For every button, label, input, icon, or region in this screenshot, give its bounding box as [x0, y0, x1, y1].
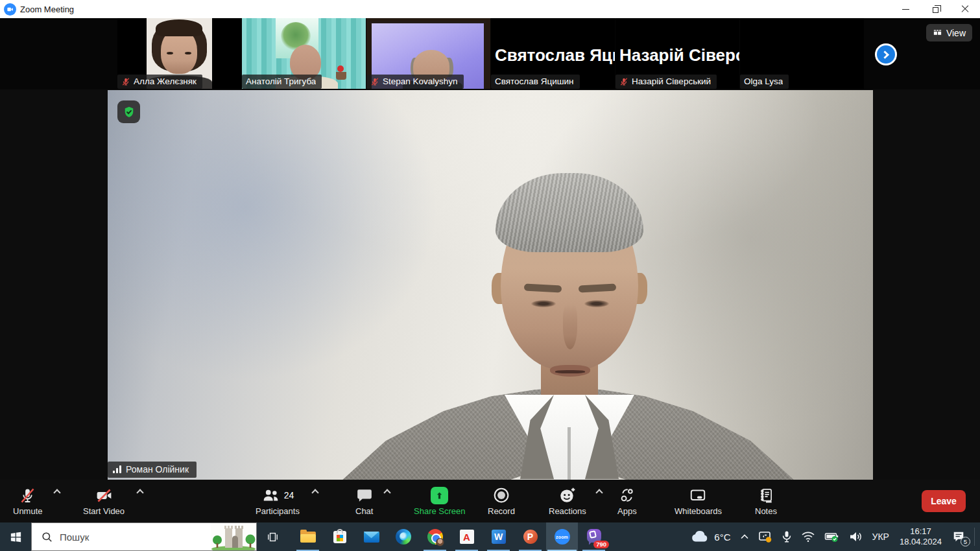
start-video-label: Start Video — [83, 506, 125, 516]
participants-options-caret[interactable] — [311, 489, 318, 496]
record-label: Record — [488, 506, 515, 516]
store-icon — [331, 528, 348, 545]
speaker-name-tag: Роман Олійник — [108, 462, 197, 478]
battery-tray-button[interactable] — [820, 522, 844, 551]
chat-label: Chat — [355, 506, 373, 516]
participant-name: Stepan Kovalyshyn — [383, 76, 458, 86]
share-screen-label: Share Screen — [414, 506, 466, 516]
participant-tile[interactable]: Stepan Kovalyshyn — [366, 18, 490, 89]
window-titlebar: Zoom Meeting — [0, 0, 980, 18]
whiteboards-button[interactable]: Whiteboards — [675, 480, 722, 522]
hidden-icons-button[interactable] — [735, 522, 754, 551]
language-code: УКР — [872, 532, 889, 542]
participant-tile[interactable]: Анатолій Тригуба — [242, 18, 366, 89]
participant-tile[interactable]: Olga Lysa — [740, 18, 864, 89]
reactions-options-caret[interactable] — [595, 489, 603, 496]
zoom-logo — [4, 3, 16, 16]
participant-name: Olga Lysa — [744, 76, 783, 86]
share-screen-button[interactable]: Share Screen — [414, 480, 466, 522]
start-video-button[interactable]: Start Video — [83, 480, 125, 522]
notes-button[interactable]: Notes — [755, 480, 777, 522]
windows-start-icon — [10, 532, 21, 543]
clock-time: 16:17 — [910, 526, 931, 537]
microphone-icon — [782, 530, 792, 543]
active-speaker-video[interactable]: Роман Олійник — [108, 90, 873, 480]
record-button[interactable]: Record — [488, 480, 515, 522]
reactions-label: Reactions — [549, 506, 586, 516]
reactions-smiley-icon — [558, 486, 577, 504]
show-desktop-button[interactable] — [975, 522, 980, 551]
task-view-button[interactable] — [258, 522, 287, 551]
mail-icon — [363, 528, 380, 545]
participant-name: Назарій Сіверський — [632, 76, 711, 86]
apps-button[interactable]: Apps — [617, 480, 637, 522]
participant-tile[interactable]: Святослав Яци... Святослав Яцишин — [491, 18, 615, 89]
participants-button[interactable]: 24 Participants — [256, 480, 300, 522]
wifi-icon — [801, 531, 815, 543]
notes-label: Notes — [755, 506, 777, 516]
taskbar-app-word[interactable]: W — [483, 522, 514, 551]
action-center-button[interactable]: 5 — [948, 522, 972, 551]
unmute-label: Unmute — [13, 506, 43, 516]
taskbar-app-viber[interactable]: 790 — [578, 522, 610, 551]
weather-widget[interactable]: 6°C — [686, 522, 735, 551]
participant-display-name: Святослав Яци... — [491, 45, 615, 65]
participant-name: Святослав Яцишин — [495, 76, 574, 86]
muted-mic-icon — [121, 77, 130, 86]
volume-tray-button[interactable] — [844, 522, 868, 551]
taskbar-app-edge[interactable] — [387, 522, 419, 551]
taskbar-app-chrome[interactable] — [419, 522, 451, 551]
participant-tile[interactable]: Алла Желєзняк — [117, 18, 241, 89]
zoom-meeting-window: Алла Желєзняк Анатолій Тригуба Stepan Ko… — [0, 18, 980, 522]
battery-icon — [824, 530, 840, 543]
wifi-tray-button[interactable] — [796, 522, 820, 551]
view-button[interactable]: View — [926, 24, 972, 41]
security-shield-icon — [123, 106, 136, 119]
minimize-icon — [902, 9, 909, 10]
apps-icon — [619, 487, 636, 504]
zoom-app-icon: zoom — [554, 528, 571, 545]
leave-button[interactable]: Leave — [922, 490, 966, 512]
participant-filmstrip: Алла Желєзняк Анатолій Тригуба Stepan Ko… — [0, 18, 980, 89]
taskbar-app-store[interactable] — [324, 522, 355, 551]
word-icon: W — [490, 528, 507, 545]
taskbar-app-zoom[interactable]: zoom — [546, 522, 578, 551]
record-icon — [493, 487, 510, 504]
muted-mic-icon — [370, 77, 379, 86]
notes-icon — [758, 487, 774, 504]
reactions-button[interactable]: Reactions — [549, 480, 586, 522]
start-button[interactable] — [0, 522, 31, 551]
taskbar-clock[interactable]: 16:17 18.04.2024 — [894, 526, 948, 547]
taskbar-app-file-explorer[interactable] — [292, 522, 324, 551]
apps-label: Apps — [617, 506, 637, 516]
next-participants-button[interactable] — [875, 43, 897, 65]
unmute-button[interactable]: Unmute — [13, 480, 43, 522]
video-options-caret[interactable] — [136, 489, 143, 496]
restore-button[interactable] — [920, 0, 950, 18]
chat-button[interactable]: Chat — [355, 480, 373, 522]
speaker-icon — [849, 531, 863, 543]
search-icon — [41, 531, 53, 543]
viber-unread-badge: 790 — [593, 541, 609, 548]
participant-display-name: Назарій Сіверс... — [615, 45, 739, 65]
taskbar-apps: A W P zoom 790 — [292, 522, 610, 551]
speaker-name: Роман Олійник — [126, 464, 189, 475]
meeting-security-badge[interactable] — [117, 100, 140, 123]
taskbar-app-mail[interactable] — [355, 522, 387, 551]
taskbar-search[interactable] — [31, 522, 257, 551]
castle-art — [211, 523, 256, 550]
participants-icon — [261, 487, 281, 504]
close-button[interactable] — [950, 0, 980, 18]
language-indicator[interactable]: УКР — [868, 522, 894, 551]
unmute-options-caret[interactable] — [53, 489, 60, 496]
minimize-button[interactable] — [890, 0, 920, 18]
taskbar-app-powerpoint[interactable]: P — [514, 522, 546, 551]
cast-tray-button[interactable] — [754, 522, 777, 551]
windows-taskbar: A W P zoom 790 6°C УКР 16 — [0, 522, 980, 551]
chat-options-caret[interactable] — [384, 489, 391, 496]
microphone-tray-button[interactable] — [777, 522, 796, 551]
participant-tile[interactable]: Назарій Сіверс... Назарій Сіверський — [615, 18, 739, 89]
participant-name: Анатолій Тригуба — [246, 76, 316, 86]
taskbar-app-acrobat[interactable]: A — [451, 522, 483, 551]
participants-label: Participants — [256, 506, 300, 516]
